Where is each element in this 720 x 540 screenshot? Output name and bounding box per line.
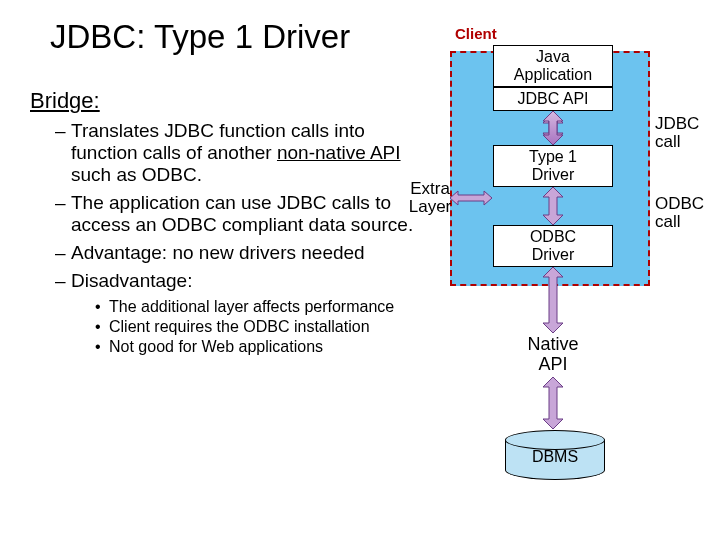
jdbc-call-l2: call	[655, 133, 699, 151]
type1-l2: Driver	[532, 166, 575, 184]
odbc-l2: Driver	[532, 246, 575, 264]
type1-driver-box: Type 1 Driver	[493, 145, 613, 187]
java-l2: Application	[514, 66, 592, 84]
jdbc-call-label: JDBC call	[655, 115, 699, 151]
sub-3: Not good for Web applications	[95, 338, 425, 356]
dbms-cylinder: DBMS	[505, 430, 605, 480]
odbc-call-label: ODBC call	[655, 195, 704, 231]
java-l1: Java	[536, 48, 570, 66]
dbms-label: DBMS	[505, 448, 605, 466]
arrow-odbc-native	[543, 267, 563, 333]
slide-title: JDBC: Type 1 Driver	[50, 18, 350, 56]
extra-layer-label: Extra Layer	[407, 180, 453, 216]
jdbc-call-l1: JDBC	[655, 115, 699, 133]
cylinder-top	[505, 430, 605, 450]
native-l1: Native	[503, 335, 603, 355]
odbc-call-l2: call	[655, 213, 704, 231]
b1-underline: non-native API	[277, 142, 401, 163]
odbc-call-l1: ODBC	[655, 195, 704, 213]
sub-1: The additional layer affects performance	[95, 298, 425, 316]
bullet-3: Advantage: no new drivers needed	[55, 242, 425, 264]
arrow-api-type1	[543, 111, 563, 145]
extra-l1: Extra	[407, 180, 453, 198]
arrow-native-dbms	[543, 377, 563, 429]
native-l2: API	[503, 355, 603, 375]
java-application-box: Java Application	[493, 45, 613, 87]
sub-2: Client requires the ODBC installation	[95, 318, 425, 336]
odbc-driver-box: ODBC Driver	[493, 225, 613, 267]
bullet-2: The application can use JDBC calls to ac…	[55, 192, 425, 236]
client-label: Client	[455, 25, 497, 42]
native-api-label: Native API	[503, 335, 603, 375]
bullet-1: Translates JDBC function calls into func…	[55, 120, 425, 186]
odbc-l1: ODBC	[530, 228, 576, 246]
arrow-extra-layer	[450, 191, 492, 205]
sub-list: The additional layer affects performance…	[55, 298, 425, 356]
bullet-4: Disadvantage:	[55, 270, 425, 292]
type1-l1: Type 1	[529, 148, 577, 166]
bullet-list: Translates JDBC function calls into func…	[55, 120, 425, 358]
arrow-type1-odbc	[543, 187, 563, 225]
b1-suffix: such as ODBC.	[71, 164, 202, 185]
bridge-heading: Bridge:	[30, 88, 100, 114]
jdbc-api-box: JDBC API	[493, 87, 613, 111]
extra-l2: Layer	[407, 198, 453, 216]
